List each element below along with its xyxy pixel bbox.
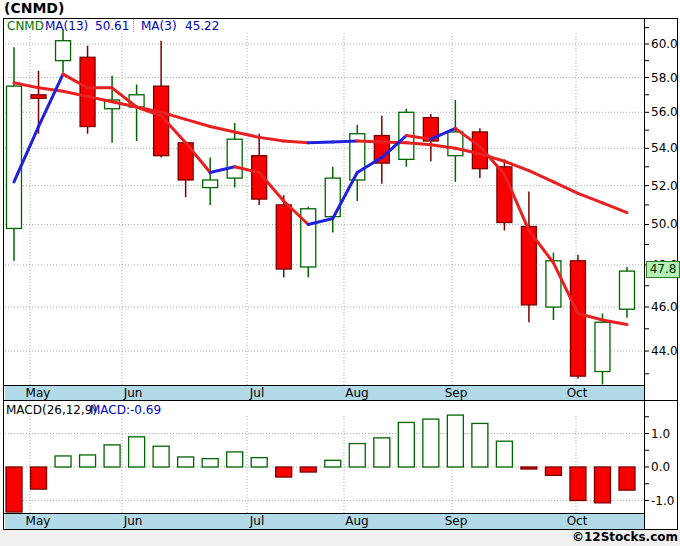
month-label: Aug	[345, 386, 368, 400]
month-label: Oct	[567, 386, 588, 400]
price-axis-label: 56.0	[651, 105, 678, 119]
macd-bar-positive	[325, 460, 341, 467]
month-label: Sep	[445, 386, 468, 400]
month-label: Jun	[123, 386, 143, 400]
candle-body-up	[595, 322, 610, 371]
macd-bar-positive	[202, 459, 218, 467]
candle-body-up	[620, 271, 635, 309]
candle-body-up	[227, 139, 242, 178]
candle-body-down	[570, 261, 585, 376]
macd-bar-positive	[374, 438, 390, 467]
copyright-link[interactable]: ©12Stocks.com	[572, 530, 678, 544]
macd-bar-positive	[227, 452, 243, 467]
legend-ma3-value: 45.22	[185, 19, 219, 33]
macd-bar-negative	[570, 467, 586, 501]
macd-bar-negative	[594, 467, 610, 503]
month-label: Aug	[345, 514, 368, 528]
candle-body-up	[546, 261, 561, 307]
macd-axis-label: -1.0	[651, 494, 674, 508]
price-axis-label: 44.0	[651, 344, 678, 358]
macd-axis-label: 0.0	[651, 460, 670, 474]
last-price-tag: 47.8	[646, 261, 680, 278]
macd-bar-positive	[349, 444, 365, 467]
macd-bar-negative	[276, 467, 292, 477]
macd-bar-positive	[251, 458, 267, 467]
macd-bar-positive	[472, 423, 488, 467]
page-title: (CNMD)	[4, 0, 64, 16]
legend-symbol: CNMD	[7, 19, 44, 33]
macd-axis: 1.00.0-1.0	[645, 417, 674, 508]
month-label: May	[26, 386, 51, 400]
macd-bar-negative	[300, 467, 316, 472]
macd-bar-positive	[496, 441, 512, 467]
macd-bar-positive	[153, 446, 169, 467]
macd-legend-label: MACD(26,12,9)	[6, 403, 97, 417]
stock-chart-page: 60.058.056.054.052.050.048.046.044.01.00…	[0, 0, 680, 546]
chart-canvas: 60.058.056.054.052.050.048.046.044.01.00…	[0, 0, 680, 546]
price-axis: 60.058.056.054.052.050.048.046.044.0	[645, 28, 678, 374]
macd-axis-label: 1.0	[651, 427, 670, 441]
macd-bar-negative	[6, 467, 22, 512]
candle-body-down	[80, 57, 95, 126]
legend-separator	[41, 19, 42, 32]
macd-legend-value: MACD:-0.69	[90, 403, 161, 417]
legend-ma3-label: MA(3)	[141, 19, 177, 33]
macd-bar-positive	[447, 415, 463, 467]
macd-bar-positive	[423, 419, 439, 467]
candle-body-down	[31, 95, 46, 98]
legend-ma13-label: MA(13)	[45, 19, 88, 33]
legend-ma13-value: 50.61	[95, 19, 129, 33]
macd-bar-positive	[178, 457, 194, 467]
macd-bar-negative	[545, 467, 561, 475]
macd-bars	[6, 415, 635, 512]
macd-bar-negative	[619, 467, 635, 490]
month-label: Jul	[249, 514, 264, 528]
macd-bar-negative	[521, 467, 537, 469]
candle-body-up	[56, 41, 71, 61]
macd-bar-positive	[55, 456, 71, 467]
price-axis-label: 58.0	[651, 71, 678, 85]
month-label: May	[26, 514, 51, 528]
month-label: Jul	[249, 386, 264, 400]
month-label: Oct	[567, 514, 588, 528]
price-axis-label: 60.0	[651, 37, 678, 51]
candle-body-up	[203, 180, 218, 188]
price-axis-label: 52.0	[651, 179, 678, 193]
macd-bar-negative	[31, 467, 47, 489]
month-label: Jun	[123, 514, 143, 528]
macd-bar-positive	[104, 445, 120, 467]
legend-separator	[133, 19, 134, 32]
month-label: Sep	[445, 514, 468, 528]
price-axis-label: 54.0	[651, 141, 678, 155]
macd-bar-positive	[129, 437, 145, 467]
candle-body-down	[276, 205, 291, 269]
candle-body-up	[448, 132, 463, 156]
candle-body-up	[7, 86, 22, 228]
macd-bar-positive	[80, 455, 96, 467]
price-axis-label: 50.0	[651, 217, 678, 231]
macd-bar-positive	[398, 422, 414, 467]
candlesticks	[7, 29, 635, 384]
price-axis-label: 46.0	[651, 300, 678, 314]
